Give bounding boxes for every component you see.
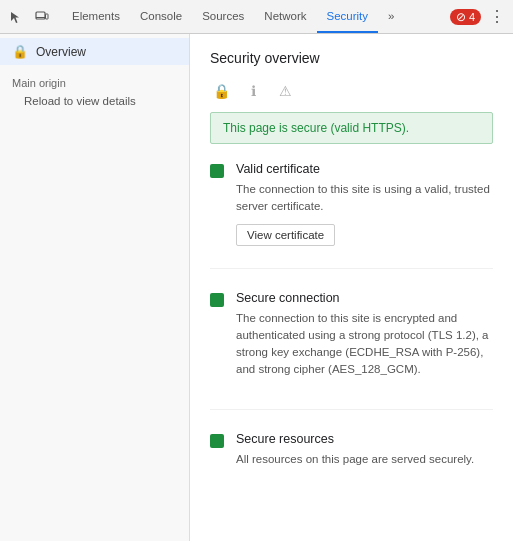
tab-security[interactable]: Security <box>317 0 379 33</box>
icon-strip: 🔒 ℹ ⚠ <box>210 80 493 102</box>
error-count: 4 <box>469 11 475 23</box>
sidebar-reload-item[interactable]: Reload to view details <box>0 91 189 111</box>
page-title: Security overview <box>210 50 493 66</box>
tab-more[interactable]: » <box>378 0 404 33</box>
strip-warn-icon: ⚠ <box>274 80 296 102</box>
sidebar-item-overview[interactable]: 🔒 Overview <box>0 38 189 65</box>
card-secure-connection: Secure connection The connection to this… <box>210 291 493 410</box>
card-valid-cert: Valid certificate The connection to this… <box>210 162 493 269</box>
card-desc-valid-cert: The connection to this site is using a v… <box>236 181 493 216</box>
tab-network[interactable]: Network <box>254 0 316 33</box>
lock-icon: 🔒 <box>12 44 28 59</box>
card-title-secure-connection: Secure connection <box>236 291 493 305</box>
card-body-valid-cert: Valid certificate The connection to this… <box>236 162 493 246</box>
card-body-secure-connection: Secure connection The connection to this… <box>236 291 493 387</box>
card-title-valid-cert: Valid certificate <box>236 162 493 176</box>
toolbar-right: ⊘ 4 ⋮ <box>450 5 509 29</box>
sidebar-overview-label: Overview <box>36 45 86 59</box>
tab-sources[interactable]: Sources <box>192 0 254 33</box>
card-indicator-valid-cert <box>210 164 224 178</box>
toolbar-icons <box>4 5 54 29</box>
more-menu-button[interactable]: ⋮ <box>485 5 509 29</box>
strip-info-icon: ℹ <box>242 80 264 102</box>
main-area: 🔒 Overview Main origin Reload to view de… <box>0 34 513 541</box>
tab-list: Elements Console Sources Network Securit… <box>62 0 450 33</box>
card-desc-secure-connection: The connection to this site is encrypted… <box>236 310 493 379</box>
devtools-toolbar: Elements Console Sources Network Securit… <box>0 0 513 34</box>
content-panel: Security overview 🔒 ℹ ⚠ This page is sec… <box>190 34 513 541</box>
tab-elements[interactable]: Elements <box>62 0 130 33</box>
device-toggle-icon[interactable] <box>30 5 54 29</box>
error-icon: ⊘ <box>456 10 466 24</box>
strip-lock-icon: 🔒 <box>210 80 232 102</box>
card-indicator-secure-connection <box>210 293 224 307</box>
secure-banner: This page is secure (valid HTTPS). <box>210 112 493 144</box>
card-secure-resources: Secure resources All resources on this p… <box>210 432 493 498</box>
sidebar: 🔒 Overview Main origin Reload to view de… <box>0 34 190 541</box>
card-title-secure-resources: Secure resources <box>236 432 474 446</box>
card-body-secure-resources: Secure resources All resources on this p… <box>236 432 474 476</box>
card-indicator-secure-resources <box>210 434 224 448</box>
tab-console[interactable]: Console <box>130 0 192 33</box>
view-certificate-button[interactable]: View certificate <box>236 224 335 246</box>
sidebar-section-main-origin: Main origin <box>0 65 189 91</box>
error-badge[interactable]: ⊘ 4 <box>450 9 481 25</box>
cursor-icon[interactable] <box>4 5 28 29</box>
card-desc-secure-resources: All resources on this page are served se… <box>236 451 474 468</box>
svg-rect-1 <box>46 14 49 19</box>
